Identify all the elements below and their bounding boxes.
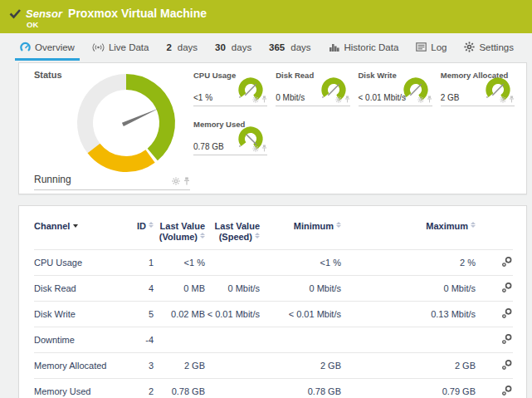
tab-historic-data[interactable]: Historic Data: [324, 33, 404, 61]
mini-gauge-value: <1 %: [193, 93, 212, 102]
bar-chart-icon: [329, 42, 340, 52]
sensor-tab-bar: Overview Live Data 2 days 30 days 365 da…: [0, 33, 532, 61]
last-value-volume: <1 %: [154, 250, 205, 276]
channel-settings-icon[interactable]: [501, 307, 513, 319]
status-gauge-needle: [122, 106, 160, 126]
table-header-row: Channel ID Last Value (Volume) Last Valu…: [34, 216, 513, 250]
pin-icon[interactable]: [427, 96, 432, 103]
mini-gauge-value: 2 GB: [441, 93, 460, 102]
channel-id: 4: [127, 276, 154, 302]
maximum-value: [341, 327, 476, 353]
status-gauge-value: Running: [34, 174, 71, 185]
minimum-value: 2 GB: [260, 353, 341, 379]
sort-icon: [471, 222, 476, 228]
channel-table-panel: Channel ID Last Value (Volume) Last Valu…: [18, 205, 527, 398]
gear-icon[interactable]: [335, 96, 342, 103]
mini-gauge-disk-write[interactable]: Disk Write < 0.01 Mbit/s: [359, 68, 432, 106]
channel-id: -4: [127, 327, 154, 353]
tab-settings[interactable]: Settings: [459, 33, 519, 61]
last-value-volume: 2 GB: [154, 353, 205, 379]
tab-log[interactable]: Log: [411, 33, 451, 61]
mini-gauge-memory-allocated[interactable]: Memory Allocated 2 GB: [441, 68, 515, 106]
last-value-speed: < 0.01 Mbit/s: [205, 302, 260, 327]
minimum-value: 0.78 GB: [260, 379, 341, 398]
gear-icon[interactable]: [417, 96, 424, 103]
pin-icon[interactable]: [509, 96, 515, 103]
channel-name[interactable]: CPU Usage: [34, 250, 127, 276]
sensor-type-label: Sensor: [26, 7, 62, 20]
channel-settings-icon[interactable]: [501, 385, 513, 396]
sensor-status-badge: OK: [27, 20, 38, 29]
mini-gauge-memory-used[interactable]: Memory Used 0.78 GB: [193, 117, 267, 155]
mini-gauge-cpu-usage[interactable]: CPU Usage <1 %: [193, 68, 267, 106]
column-header-last-value-speed[interactable]: Last Value (Speed): [205, 216, 260, 250]
column-header-maximum[interactable]: Maximum: [341, 216, 476, 250]
maximum-value: 2 %: [341, 250, 476, 276]
channel-name[interactable]: Downtime: [34, 327, 127, 353]
column-header-actions: [476, 216, 513, 250]
sort-desc-icon: [73, 224, 78, 228]
pin-icon[interactable]: [344, 96, 350, 103]
last-value-volume: 0.02 MB: [154, 302, 205, 327]
last-value-speed: [205, 379, 260, 398]
overview-gauges-panel: Status Running: [18, 62, 527, 194]
gear-icon[interactable]: [500, 96, 506, 103]
maximum-value: 2 GB: [341, 353, 476, 379]
channel-name[interactable]: Memory Used: [34, 379, 127, 398]
channel-settings-icon[interactable]: [501, 282, 513, 293]
channel-settings-icon[interactable]: [501, 333, 513, 345]
column-header-minimum[interactable]: Minimum: [260, 216, 341, 250]
status-gauge-footer: Running: [34, 174, 190, 190]
last-value-speed: 0 Mbit/s: [205, 276, 260, 302]
column-header-last-value-volume[interactable]: Last Value (Volume): [154, 216, 205, 250]
mini-gauge-grid: CPU Usage <1 % Disk Read: [193, 68, 515, 155]
table-row: Downtime -4: [34, 327, 513, 353]
channel-settings-icon[interactable]: [501, 359, 513, 371]
pin-icon[interactable]: [261, 145, 267, 152]
channel-id: 1: [127, 250, 154, 276]
last-value-speed: [205, 353, 260, 379]
table-row: Disk Write 5 0.02 MB < 0.01 Mbit/s < 0.0…: [34, 302, 513, 327]
pin-icon[interactable]: [183, 177, 190, 185]
column-header-channel[interactable]: Channel: [34, 216, 127, 250]
gauge-icon: [20, 42, 31, 52]
tab-2-days[interactable]: 2 days: [161, 33, 203, 61]
mini-gauge-value: 0 Mbit/s: [276, 93, 305, 102]
tab-30-days[interactable]: 30 days: [210, 33, 256, 61]
table-row: Disk Read 4 0 MB 0 Mbit/s 0 Mbit/s 0 Mbi…: [34, 276, 513, 302]
sort-icon: [336, 222, 341, 228]
gear-icon[interactable]: [172, 177, 180, 185]
tab-live-data[interactable]: Live Data: [87, 33, 154, 61]
channel-name[interactable]: Memory Allocated: [34, 353, 127, 379]
last-value-speed: [205, 250, 260, 276]
table-row: Memory Allocated 3 2 GB 2 GB 2 GB: [34, 353, 513, 379]
last-value-volume: 0.78 GB: [154, 379, 205, 398]
pin-icon[interactable]: [261, 96, 267, 103]
gear-icon[interactable]: [252, 145, 259, 152]
gear-icon: [464, 42, 475, 52]
channel-name[interactable]: Disk Write: [34, 302, 127, 327]
last-value-speed: [205, 327, 260, 353]
maximum-value: 0.79 GB: [341, 379, 476, 398]
last-value-volume: 0 MB: [154, 276, 205, 302]
channel-table: Channel ID Last Value (Volume) Last Valu…: [34, 216, 513, 398]
last-value-volume: [154, 327, 205, 353]
channel-name[interactable]: Disk Read: [34, 276, 127, 302]
minimum-value: 0 Mbit/s: [260, 276, 341, 302]
gear-icon[interactable]: [252, 96, 259, 103]
column-header-id[interactable]: ID: [127, 216, 154, 250]
tab-overview[interactable]: Overview: [15, 33, 80, 61]
status-gauge: [74, 71, 178, 175]
sort-icon: [200, 233, 205, 239]
mini-gauge-value: < 0.01 Mbit/s: [359, 93, 407, 102]
minimum-value: < 0.01 Mbit/s: [260, 302, 341, 327]
channel-settings-icon[interactable]: [501, 256, 513, 268]
prtg-sensor-page: SensorProxmox Virtual Machine OK Overvie…: [0, 0, 532, 398]
broadcast-icon: [92, 42, 105, 52]
channel-id: 5: [127, 302, 154, 327]
sort-icon: [255, 233, 260, 239]
mini-gauge-disk-read[interactable]: Disk Read 0 Mbit/s: [276, 68, 349, 106]
sensor-title: Proxmox Virtual Machine: [68, 7, 207, 20]
tab-365-days[interactable]: 365 days: [264, 33, 315, 61]
status-gauge-title: Status: [34, 70, 62, 80]
